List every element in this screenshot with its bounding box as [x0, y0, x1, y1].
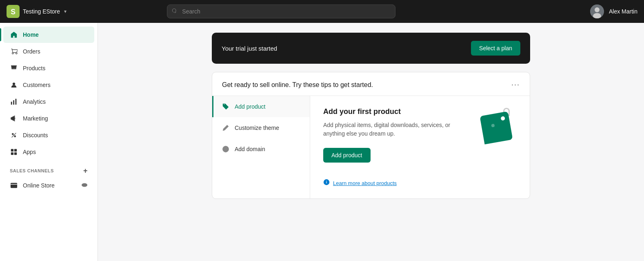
- online-store-label: Online Store: [23, 182, 55, 189]
- svg-rect-8: [16, 99, 17, 105]
- svg-point-10: [14, 136, 16, 137]
- globe-icon: [222, 145, 230, 153]
- svg-rect-7: [13, 100, 14, 105]
- shopify-icon: S: [7, 5, 20, 18]
- user-name: Alex Martin: [609, 8, 637, 15]
- eye-icon[interactable]: [81, 182, 88, 190]
- search-input[interactable]: [167, 4, 395, 18]
- brush-icon: [222, 124, 230, 132]
- svg-rect-11: [11, 149, 13, 152]
- trial-banner: Your trial just started Select a plan: [212, 33, 530, 64]
- svg-point-3: [595, 7, 600, 12]
- home-icon: [10, 31, 18, 39]
- step-description: Add physical items, digital downloads, s…: [323, 121, 468, 138]
- sidebar-label-orders: Orders: [23, 48, 40, 55]
- product-illustration: [476, 107, 517, 148]
- sidebar-label-home: Home: [23, 31, 39, 38]
- discounts-icon: [10, 131, 18, 139]
- step-info: Add your first product Add physical item…: [323, 107, 468, 187]
- svg-text:i: i: [326, 180, 327, 184]
- apps-icon: [10, 148, 18, 156]
- learn-more-section: i Learn more about products: [323, 179, 468, 187]
- products-icon: [10, 64, 18, 72]
- sidebar-label-marketing: Marketing: [23, 115, 48, 122]
- header-right: Alex Martin: [590, 4, 637, 18]
- sidebar-label-analytics: Analytics: [23, 98, 46, 105]
- online-store-left: Online Store: [10, 181, 55, 190]
- app-body: Home Orders Products Customers: [0, 23, 644, 261]
- orders-icon: [10, 47, 18, 56]
- sidebar-label-apps: Apps: [23, 149, 36, 155]
- online-store-icon: [10, 181, 18, 190]
- brand-name: Testing EStore: [23, 8, 60, 15]
- info-icon: i: [323, 179, 330, 187]
- add-product-button[interactable]: Add product: [323, 148, 371, 163]
- tag-illustration: [482, 114, 511, 142]
- step-heading: Add your first product: [323, 107, 468, 116]
- main-content: Your trial just started Select a plan Ge…: [98, 23, 644, 261]
- more-options-button[interactable]: ···: [511, 80, 520, 89]
- sales-channels-label: SALES CHANNELS: [10, 168, 54, 173]
- brand-logo[interactable]: S Testing EStore ▾: [7, 5, 67, 18]
- svg-point-5: [13, 83, 15, 85]
- tag-icon: [222, 103, 230, 111]
- sidebar-item-apps[interactable]: Apps: [3, 144, 94, 160]
- sidebar-label-customers: Customers: [23, 82, 51, 88]
- sidebar-item-online-store[interactable]: Online Store: [3, 177, 94, 194]
- step-label-add-domain: Add domain: [235, 146, 265, 152]
- step-add-product[interactable]: Add product: [212, 96, 310, 117]
- step-label-customize-theme: Customize theme: [235, 125, 279, 131]
- sidebar-item-discounts[interactable]: Discounts: [3, 127, 94, 143]
- add-sales-channel-button[interactable]: +: [83, 167, 88, 174]
- marketing-icon: [10, 114, 18, 123]
- brand-chevron-icon: ▾: [64, 9, 67, 14]
- svg-rect-15: [11, 183, 17, 188]
- svg-text:S: S: [11, 8, 16, 16]
- search-area: [167, 4, 395, 18]
- card-body: Add product Customize theme: [212, 96, 530, 199]
- sidebar-item-analytics[interactable]: Analytics: [3, 94, 94, 110]
- avatar[interactable]: [590, 4, 604, 18]
- sales-channels-header: SALES CHANNELS +: [3, 161, 94, 177]
- sidebar-item-home[interactable]: Home: [3, 27, 94, 43]
- svg-rect-13: [11, 152, 13, 155]
- svg-point-17: [84, 184, 85, 186]
- tag-shape: [480, 111, 513, 144]
- sidebar-item-products[interactable]: Products: [3, 60, 94, 76]
- learn-more-link[interactable]: Learn more about products: [333, 180, 397, 186]
- getting-started-card: Get ready to sell online. Try these tips…: [212, 72, 530, 199]
- search-icon: [172, 8, 178, 15]
- step-label-add-product: Add product: [235, 103, 266, 110]
- customers-icon: [10, 81, 18, 89]
- tag-inner-icon: [489, 121, 504, 135]
- step-content: Add your first product Add physical item…: [310, 96, 530, 199]
- card-title: Get ready to sell online. Try these tips…: [222, 81, 373, 89]
- analytics-icon: [10, 98, 18, 106]
- sidebar-item-orders[interactable]: Orders: [3, 43, 94, 60]
- svg-rect-14: [14, 152, 17, 155]
- sidebar-label-discounts: Discounts: [23, 132, 48, 138]
- trial-text: Your trial just started: [222, 45, 277, 52]
- sidebar: Home Orders Products Customers: [0, 23, 98, 261]
- sidebar-item-marketing[interactable]: Marketing: [3, 110, 94, 127]
- step-4[interactable]: [212, 160, 310, 186]
- svg-point-9: [12, 134, 14, 135]
- step-add-domain[interactable]: Add domain: [212, 138, 310, 160]
- svg-point-21: [491, 124, 495, 127]
- top-header: S Testing EStore ▾ Alex Martin: [0, 0, 644, 23]
- svg-rect-6: [11, 102, 12, 105]
- steps-list: Add product Customize theme: [212, 96, 310, 199]
- avatar-image: [590, 4, 604, 18]
- sidebar-item-customers[interactable]: Customers: [3, 77, 94, 93]
- select-plan-button[interactable]: Select a plan: [471, 41, 520, 56]
- step-customize-theme[interactable]: Customize theme: [212, 117, 310, 138]
- card-header: Get ready to sell online. Try these tips…: [212, 72, 530, 96]
- sidebar-label-products: Products: [23, 65, 45, 71]
- svg-rect-12: [14, 149, 17, 152]
